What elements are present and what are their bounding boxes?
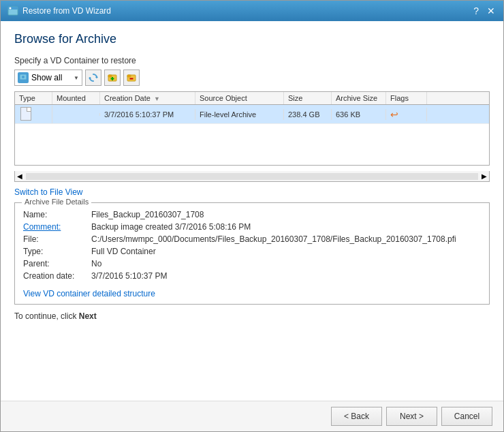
main-window: Restore from VD Wizard ? ✕ Browse for Ar… (0, 0, 504, 432)
col-header-source: Source Object (195, 92, 284, 104)
flags-icon: ↩ (390, 109, 398, 120)
title-bar: Restore from VD Wizard ? ✕ (1, 1, 503, 21)
col-header-flags: Flags (386, 92, 427, 104)
scroll-track (26, 173, 478, 180)
dropdown-label: Show all (31, 73, 71, 82)
details-row-type: Type: Full VD Container (23, 247, 481, 256)
details-row-parent: Parent: No (23, 259, 481, 268)
subtitle-label: Specify a VD Container to restore (14, 56, 490, 65)
refresh-button[interactable] (85, 70, 101, 86)
add-folder-icon (108, 73, 117, 82)
name-value: Files_Backup_20160307_1708 (91, 210, 481, 219)
col-header-mounted: Mounted (52, 92, 100, 104)
show-all-dropdown[interactable]: Show all ▼ (14, 70, 82, 86)
toolbar: Show all ▼ (14, 70, 490, 86)
details-table: Name: Files_Backup_20160307_1708 Comment… (23, 210, 481, 298)
comment-label[interactable]: Comment: (23, 222, 91, 232)
parent-label: Parent: (23, 259, 91, 268)
file-label: File: (23, 234, 91, 244)
svg-rect-12 (127, 75, 131, 77)
scroll-left-icon[interactable]: ◀ (15, 172, 25, 180)
remove-button[interactable] (123, 70, 140, 86)
refresh-icon (89, 73, 98, 82)
svg-point-2 (10, 7, 12, 10)
col-header-date[interactable]: Creation Date ▼ (100, 92, 195, 104)
cell-date: 3/7/2016 5:10:37 PM (100, 109, 195, 120)
cell-size: 238.4 GB (284, 109, 332, 120)
window-title: Restore from VD Wizard (22, 6, 111, 16)
cancel-button[interactable]: Cancel (441, 407, 492, 426)
switch-to-file-view-link[interactable]: Switch to File View (14, 187, 490, 197)
cell-type (15, 106, 52, 123)
title-bar-left: Restore from VD Wizard (7, 5, 111, 16)
remove-folder-icon (127, 73, 136, 82)
type-value: Full VD Container (91, 247, 481, 256)
parent-value: No (91, 259, 481, 268)
details-row-comment: Comment: Backup image created 3/7/2016 5… (23, 222, 481, 232)
close-button[interactable]: ✕ (486, 6, 497, 16)
col-header-type: Type (15, 92, 52, 104)
archive-table: Type Mounted Creation Date ▼ Source Obje… (14, 91, 490, 166)
svg-point-4 (22, 76, 25, 78)
table-body: 3/7/2016 5:10:37 PM File-level Archive 2… (15, 105, 489, 165)
cell-mounted (52, 113, 100, 116)
cell-source: File-level Archive (195, 109, 284, 120)
details-row-creation: Creation date: 3/7/2016 5:10:37 PM (23, 271, 481, 281)
footer-hint: To continue, click Next (14, 311, 490, 321)
title-bar-controls: ? ✕ (472, 6, 497, 16)
scroll-right-icon[interactable]: ▶ (479, 172, 489, 180)
add-button[interactable] (104, 70, 121, 86)
file-value: C:/Users/mwmpc_000/Documents/Files_Backu… (91, 234, 481, 244)
col-header-size: Size (284, 92, 332, 104)
chevron-down-icon: ▼ (74, 75, 79, 81)
col-header-archive-size: Archive Size (332, 92, 386, 104)
view-link-row: View VD container detailed structure (23, 283, 481, 298)
help-button[interactable]: ? (472, 6, 480, 16)
details-row-name: Name: Files_Backup_20160307_1708 (23, 210, 481, 219)
horizontal-scrollbar[interactable]: ◀ ▶ (14, 171, 490, 182)
creation-value: 3/7/2016 5:10:37 PM (91, 271, 481, 281)
dropdown-icon (18, 72, 29, 83)
cell-flags: ↩ (386, 108, 427, 121)
table-header: Type Mounted Creation Date ▼ Source Obje… (15, 92, 489, 105)
creation-label: Creation date: (23, 271, 91, 281)
back-button[interactable]: < Back (331, 407, 382, 426)
file-icon (20, 107, 31, 121)
cell-archive-size: 636 KB (332, 109, 386, 120)
type-label: Type: (23, 247, 91, 256)
name-label: Name: (23, 210, 91, 219)
details-group-title: Archive File Details (22, 198, 91, 206)
empty-space (15, 124, 489, 165)
details-row-file: File: C:/Users/mwmpc_000/Documents/Files… (23, 234, 481, 244)
comment-value: Backup image created 3/7/2016 5:08:16 PM (91, 222, 481, 232)
view-vd-container-link[interactable]: View VD container detailed structure (23, 289, 155, 298)
next-button[interactable]: Next > (386, 407, 437, 426)
footer-buttons: < Back Next > Cancel (1, 401, 503, 431)
main-content: Browse for Archive Specify a VD Containe… (1, 21, 503, 401)
app-icon (7, 5, 18, 16)
table-row[interactable]: 3/7/2016 5:10:37 PM File-level Archive 2… (15, 105, 489, 124)
sort-icon: ▼ (154, 95, 160, 102)
archive-details-group: Archive File Details Name: Files_Backup_… (14, 202, 490, 305)
svg-rect-8 (108, 75, 112, 77)
page-title: Browse for Archive (14, 32, 490, 46)
